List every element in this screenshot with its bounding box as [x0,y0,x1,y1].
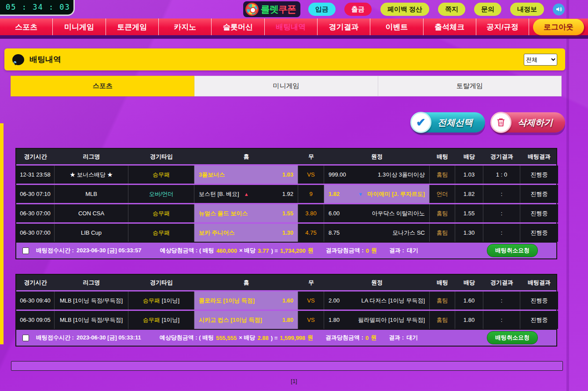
pick-cell: 홈팀 [430,311,455,329]
pagination-page-1[interactable]: [1] [0,378,588,384]
tab-3[interactable]: 토탈게임 [378,76,562,96]
checkmark-icon: ✔ [410,112,431,133]
expected-label-prefix: 예상당첨금액 : ( 배팅 [160,247,214,255]
result-cell: : [483,224,520,242]
speaker-icon[interactable] [553,4,565,15]
pick-cell: 홈팀 [430,166,455,184]
nav-item-3[interactable]: 토큰게임 [106,18,159,35]
type-cell: 승무패[1이닝] [128,311,194,329]
result-cell: : [483,204,520,222]
bet-odds: 3.77 [258,247,269,254]
topbar-right: 룰렛쿠폰 입금 출금 페이백 정산 쪽지 문의 내정보 [243,1,588,17]
result-cell: : [483,311,520,329]
column-header: 무 [298,275,324,290]
filter-select[interactable]: 전체 [524,54,557,66]
type-suffix: [1이닝] [162,297,179,305]
type-cell: 승무패 [128,224,194,242]
column-header: 경기시간 [16,149,55,164]
site-logo[interactable]: 룰렛쿠폰 [243,1,300,17]
away-team-name: 1.3이상 3폴더이상 [378,171,425,179]
tab-1[interactable]: 스포츠 [11,76,194,96]
withdraw-button[interactable]: 출금 [344,3,372,16]
group-checkbox[interactable] [22,247,29,254]
odds-cell: 1.03 [455,166,483,184]
time-cell: 06-30 09:40 [16,291,55,310]
received-time-label: 배팅접수시간 : [36,334,74,342]
inquiry-button[interactable]: 문의 [474,3,501,16]
column-header: 경기시간 [16,275,55,290]
table-row: 06-30 09:40MLB [1이닝 득점/무득점]승무패[1이닝]콜로라도 … [16,291,556,311]
nav-item-2[interactable]: 미니게임 [53,18,106,35]
column-header: 리그명 [55,275,128,290]
main-nav: 스포츠미니게임토큰게임카지노슬롯머신배팅내역경기결과이벤트출석체크공지/규정 로… [0,18,588,39]
time-cell: 06-30 09:05 [16,311,55,329]
nav-item-7[interactable]: 경기결과 [318,18,370,35]
payback-settlement-button[interactable]: 페이백 정산 [380,3,429,16]
column-header: 배팅 [430,149,455,164]
column-header: 경기결과 [483,149,520,164]
bet-cancel-request-button[interactable]: 배팅취소요청 [487,244,538,257]
trash-icon [490,112,511,133]
site-logo-text: 룰렛쿠폰 [261,3,296,15]
group-checkbox[interactable] [22,335,29,341]
my-info-button[interactable]: 내정보 [510,3,544,16]
odds-cell: 1.80 [455,311,483,329]
column-header: 홈 [194,149,298,164]
table-row: 12-31 23:58★ 보너스배당 ★승무패3폴보너스1.03VS999.00… [16,166,556,185]
nav-item-8[interactable]: 이벤트 [370,18,423,35]
away-odds: 2.00 [329,297,340,304]
away-cell: 1.82▼ 마이애미 [J. 루자르도] [324,185,430,203]
column-header: 경기타입 [128,149,194,164]
home-cell: 보카 주니어스1.30 [194,224,298,242]
digital-clock: 05 : 34 : 03 [0,0,75,16]
home-team-name: 시카고 컵스 [1이닝 득점] [199,316,262,324]
nav-item-5[interactable]: 슬롯머신 [212,18,264,35]
league-cell: MLB [55,185,128,203]
away-odds: 8.75 [329,229,340,236]
status-cell: 진행중 [520,204,558,222]
bet-group-footer: 배팅접수시간 :2023-06-30 [금] 05:33:57예상당첨금액 : … [15,243,557,259]
draw-cell: VS [298,311,324,329]
column-header: 경기타입 [128,275,194,290]
select-all-button[interactable]: ✔ 전체선택 [412,112,485,133]
column-header: 배팅결과 [520,275,558,290]
deposit-button[interactable]: 입금 [308,3,336,16]
away-cell: 2.00LA 다저스 [1이닝 무득점] [324,291,430,310]
logout-button[interactable]: 로그아웃 [533,19,584,35]
column-header: 경기결과 [483,275,520,290]
bet-group-2: 경기시간리그명경기타입홈무원정배팅배당경기결과배팅결과06-30 09:40ML… [15,274,557,347]
delete-button[interactable]: 삭제하기 [492,112,565,133]
home-team-name: 보카 주니어스 [199,229,235,237]
away-team-name: LA 다저스 [1이닝 무득점] [362,297,425,305]
odds-cell: 1.55 [455,204,483,222]
league-cell: CON CSA [55,204,128,222]
away-odds: 1.80 [329,317,340,323]
nav-item-10[interactable]: 공지/규정 [476,18,529,35]
page-title-bar: 배팅내역 전체 [4,48,565,70]
nav-item-6[interactable]: 배팅내역 [265,18,318,35]
page-title: 배팅내역 [29,54,61,65]
type-label: 오버/언더 [149,190,174,198]
nav-item-4[interactable]: 카지노 [159,18,212,35]
received-time-value: 2023-06-30 [금] 05:33:57 [77,247,141,255]
nav-item-1[interactable]: 스포츠 [0,18,53,35]
column-header: 무 [298,149,324,164]
type-label: 승무패 [143,297,160,305]
league-cell: ★ 보너스배당 ★ [55,166,128,184]
league-cell: MLB [1이닝 득점/무득점] [55,291,128,310]
bet-cancel-request-button[interactable]: 배팅취소요청 [487,331,538,344]
home-team-name: 뉴얼스 올드 보이스 [199,210,248,218]
result-amount-label: 결과당첨금액 : [325,334,363,342]
message-button[interactable]: 쪽지 [438,3,465,16]
pick-cell: 홈팀 [430,224,455,242]
table-row: 06-30 07:00CON CSA승무패뉴얼스 올드 보이스1.553.806… [16,204,556,224]
away-cell: 6.00아우닥스 이탈리아노 [324,204,430,222]
content: 배팅내역 전체 스포츠미니게임토탈게임 ✔ 전체선택 삭제하기 경기시간리그명경… [0,39,588,384]
tab-2[interactable]: 미니게임 [194,76,378,96]
nav-item-9[interactable]: 출석체크 [424,18,476,35]
time-cell: 06-30 07:00 [16,224,55,242]
home-odds: 1.03 [282,171,293,178]
status-cell: 진행중 [520,224,558,242]
nav-logout-wrap: 로그아웃 [529,18,588,35]
expected-label-mid: × 배당 [239,334,255,342]
